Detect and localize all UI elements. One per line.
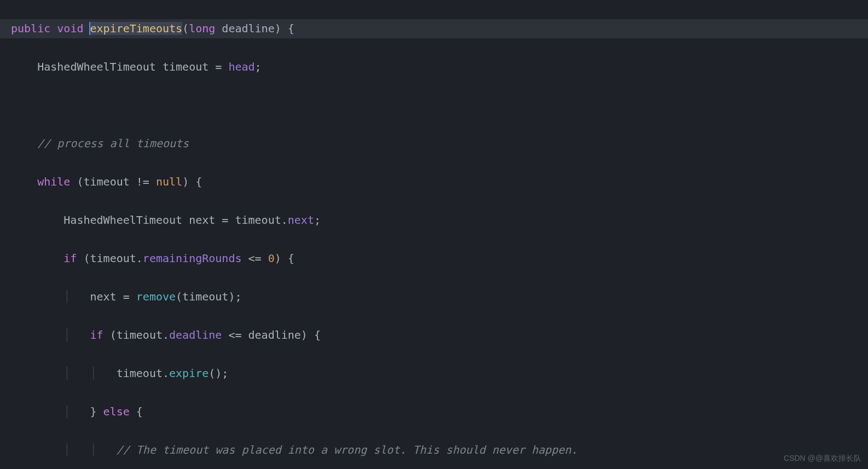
code-line-5: HashedWheelTimeout next = timeout.next; — [11, 211, 857, 230]
watermark: CSDN @@喜欢排长队 — [784, 451, 861, 465]
code-line-6: if (timeout.remainingRounds <= 0) { — [11, 249, 857, 268]
code-editor[interactable]: public void expireTimeouts(long deadline… — [0, 0, 868, 469]
code-line-8: │ if (timeout.deadline <= deadline) { — [11, 326, 857, 345]
code-line-1: public void expireTimeouts(long deadline… — [0, 19, 868, 38]
code-line-9: │ │ timeout.expire(); — [11, 364, 857, 383]
code-line-4: while (timeout != null) { — [11, 172, 857, 192]
code-line-7: │ next = remove(timeout); — [11, 287, 857, 306]
code-line-10: │ } else { — [11, 402, 857, 421]
code-line-11: │ │ // The timeout was placed into a wro… — [11, 441, 857, 460]
code-line-blank — [11, 96, 857, 115]
code-line-3: // process all timeouts — [11, 134, 857, 153]
code-line-2: HashedWheelTimeout timeout = head; — [11, 57, 857, 77]
method-declaration: expireTimeouts — [89, 22, 183, 35]
